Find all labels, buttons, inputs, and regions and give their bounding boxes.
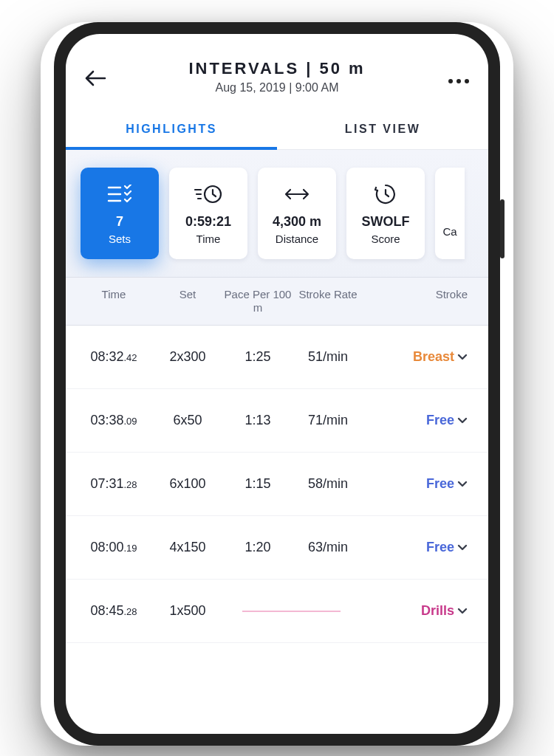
clock-speed-icon — [194, 182, 223, 207]
col-pace: Pace Per 100 m — [221, 288, 295, 315]
cell-time: 08:32.42 — [73, 349, 154, 365]
arrow-left-icon — [84, 69, 106, 87]
app-screen: INTERVALS | 50 m Aug 15, 2019 | 9:00 AM … — [66, 34, 488, 734]
cell-rate: 63/min — [295, 540, 361, 555]
col-rate: Stroke Rate — [295, 288, 361, 315]
cell-pace: 1:25 — [221, 349, 295, 365]
table-row[interactable]: 03:38.096x501:1371/minFree — [66, 389, 488, 453]
card-swolf[interactable]: SWOLF Score — [346, 168, 425, 259]
table-row[interactable]: 08:32.422x3001:2551/minBreast — [66, 326, 488, 389]
chevron-down-icon — [457, 544, 468, 551]
col-set: Set — [154, 288, 221, 315]
stroke-label: Free — [426, 540, 454, 555]
tab-list-view[interactable]: LIST VIEW — [277, 106, 488, 149]
table-row[interactable]: 08:45.281x500Drills — [66, 580, 488, 643]
tab-highlights[interactable]: HIGHLIGHTS — [66, 106, 277, 149]
cell-set: 6x100 — [154, 476, 221, 492]
stroke-label: Free — [426, 476, 454, 492]
cell-stroke[interactable]: Free — [361, 413, 481, 428]
card-calories[interactable]: Ca — [435, 168, 465, 259]
stroke-select[interactable]: Free — [426, 540, 468, 555]
cell-time: 08:00.19 — [73, 540, 154, 555]
card-label: Score — [371, 233, 400, 245]
card-value: 0:59:21 — [185, 214, 231, 230]
stroke-label: Drills — [421, 603, 454, 619]
card-time[interactable]: 0:59:21 Time — [169, 168, 247, 259]
table-row[interactable]: 08:00.194x1501:2063/minFree — [66, 516, 488, 580]
cell-rate: 58/min — [295, 476, 361, 492]
list-check-icon — [107, 182, 132, 207]
card-sets[interactable]: 7 Sets — [81, 168, 159, 259]
col-stroke: Stroke — [361, 288, 481, 315]
card-label: Time — [196, 233, 221, 245]
cell-set: 6x50 — [154, 413, 221, 428]
cell-pace: 1:15 — [221, 476, 295, 492]
back-button[interactable] — [81, 63, 110, 93]
stroke-select[interactable]: Free — [426, 476, 468, 492]
cell-time: 07:31.28 — [73, 476, 154, 492]
card-label: Ca — [442, 225, 456, 238]
stroke-select[interactable]: Breast — [413, 349, 468, 365]
tab-bar: HIGHLIGHTS LIST VIEW — [66, 106, 488, 150]
tab-label: HIGHLIGHTS — [126, 123, 217, 135]
table-header: Time Set Pace Per 100 m Stroke Rate Stro… — [66, 277, 488, 326]
tab-label: LIST VIEW — [345, 123, 421, 135]
card-label: Distance — [276, 233, 318, 245]
header: INTERVALS | 50 m Aug 15, 2019 | 9:00 AM — [66, 34, 488, 106]
col-time: Time — [73, 288, 154, 315]
cell-pace: 1:20 — [221, 540, 295, 555]
stroke-label: Breast — [413, 349, 454, 365]
cell-set: 4x150 — [154, 540, 221, 555]
cell-rate: 71/min — [295, 413, 361, 428]
card-value: 4,300 m — [273, 214, 321, 230]
chevron-down-icon — [457, 608, 468, 615]
chevron-down-icon — [457, 417, 468, 425]
stroke-select[interactable]: Free — [426, 413, 468, 428]
page-title: INTERVALS | 50 m — [83, 59, 471, 78]
more-button[interactable] — [444, 66, 473, 96]
more-dots-icon — [448, 79, 453, 83]
card-value: SWOLF — [362, 214, 410, 230]
cell-stroke[interactable]: Breast — [361, 349, 481, 365]
card-value: 7 — [116, 214, 123, 230]
phone-frame: INTERVALS | 50 m Aug 15, 2019 | 9:00 AM … — [54, 22, 500, 746]
cell-stroke[interactable]: Drills — [361, 603, 481, 619]
chevron-down-icon — [457, 481, 468, 488]
cell-time: 08:45.28 — [73, 603, 154, 619]
cell-rate: 51/min — [295, 349, 361, 365]
distance-icon — [284, 182, 310, 207]
cell-pace: 1:13 — [221, 413, 295, 428]
cell-stroke[interactable]: Free — [361, 540, 481, 555]
card-label: Sets — [109, 233, 131, 245]
cell-stroke[interactable]: Free — [361, 476, 481, 492]
page-subtitle: Aug 15, 2019 | 9:00 AM — [83, 81, 471, 94]
dash-line — [242, 611, 341, 612]
table-body: 08:32.422x3001:2551/minBreast 03:38.096x… — [66, 326, 488, 643]
metric-cards-row[interactable]: 7 Sets 0:59:21 Time — [66, 150, 488, 277]
cell-set: 1x500 — [154, 603, 221, 619]
table-row[interactable]: 07:31.286x1001:1558/minFree — [66, 453, 488, 516]
chevron-down-icon — [457, 354, 468, 361]
stroke-label: Free — [426, 413, 454, 428]
swolf-icon — [374, 182, 397, 207]
cell-set: 2x300 — [154, 349, 221, 365]
stroke-select[interactable]: Drills — [421, 603, 468, 619]
card-distance[interactable]: 4,300 m Distance — [258, 168, 336, 259]
cell-time: 03:38.09 — [73, 413, 154, 428]
dash-placeholder — [221, 611, 361, 612]
phone-side-button — [500, 199, 505, 258]
